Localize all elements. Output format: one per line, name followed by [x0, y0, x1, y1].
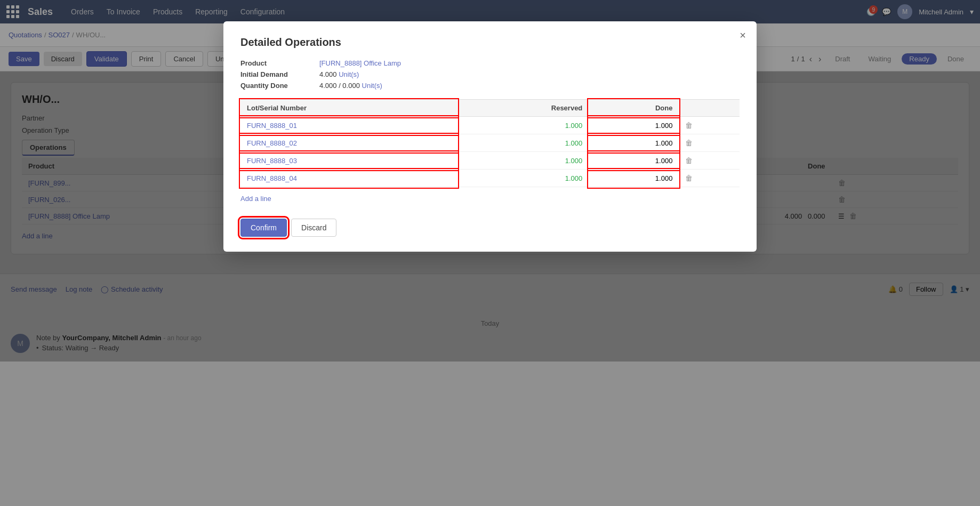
modal-done-1[interactable]: 1.000: [589, 117, 679, 134]
modal-col-delete: [679, 100, 740, 117]
modal-done-4[interactable]: 1.000: [589, 170, 679, 187]
modal-close-button[interactable]: ×: [740, 30, 746, 41]
modal-col-reserved: Reserved: [457, 100, 589, 117]
modal-add-line-button[interactable]: Add a line: [240, 191, 740, 206]
modal-delete-icon-2[interactable]: 🗑: [685, 139, 693, 147]
modal-title: Detailed Operations: [240, 36, 740, 49]
modal-lot-1[interactable]: FURN_8888_01: [240, 117, 457, 134]
modal-qty-done-row: Quantity Done 4.000 / 0.000 Unit(s): [240, 82, 740, 90]
modal-overlay: Detailed Operations × Product [FURN_8888…: [0, 0, 980, 362]
modal-reserved-3: 1.000: [457, 152, 589, 170]
modal-qty-done-value: 4.000 / 0.000 Unit(s): [319, 82, 382, 90]
modal-initial-demand-label: Initial Demand: [240, 70, 315, 78]
modal-lot-2[interactable]: FURN_8888_02: [240, 134, 457, 152]
modal-table-row: FURN_8888_04 1.000 1.000 🗑: [240, 170, 740, 187]
modal-footer: Confirm Discard: [240, 219, 740, 237]
modal-delete-icon-4[interactable]: 🗑: [685, 174, 693, 182]
modal-reserved-1: 1.000: [457, 117, 589, 134]
modal-product-value[interactable]: [FURN_8888] Office Lamp: [319, 59, 401, 67]
modal-product-row: Product [FURN_8888] Office Lamp: [240, 59, 740, 67]
modal-initial-demand-row: Initial Demand 4.000 Unit(s): [240, 70, 740, 78]
modal-lot-3[interactable]: FURN_8888_03: [240, 152, 457, 170]
modal-table-row: FURN_8888_02 1.000 1.000 🗑: [240, 134, 740, 152]
modal-delete-icon-1[interactable]: 🗑: [685, 121, 693, 130]
modal-product-label: Product: [240, 59, 315, 67]
modal-done-2[interactable]: 1.000: [589, 134, 679, 152]
modal-table-row: FURN_8888_03 1.000 1.000 🗑: [240, 152, 740, 170]
modal-reserved-2: 1.000: [457, 134, 589, 152]
modal-col-lot: Lot/Serial Number: [240, 100, 457, 117]
modal-done-3[interactable]: 1.000: [589, 152, 679, 170]
modal-reserved-4: 1.000: [457, 170, 589, 187]
modal-table: Lot/Serial Number Reserved Done FURN_888…: [240, 99, 740, 187]
modal-detailed-operations: Detailed Operations × Product [FURN_8888…: [223, 21, 757, 252]
modal-discard-button[interactable]: Discard: [291, 219, 336, 237]
confirm-button[interactable]: Confirm: [240, 219, 287, 237]
modal-lot-4[interactable]: FURN_8888_04: [240, 170, 457, 187]
modal-initial-demand-value: 4.000 Unit(s): [319, 70, 359, 78]
modal-col-done: Done: [589, 100, 679, 117]
modal-qty-done-label: Quantity Done: [240, 82, 315, 90]
modal-table-row: FURN_8888_01 1.000 1.000 🗑: [240, 117, 740, 134]
modal-delete-icon-3[interactable]: 🗑: [685, 156, 693, 165]
